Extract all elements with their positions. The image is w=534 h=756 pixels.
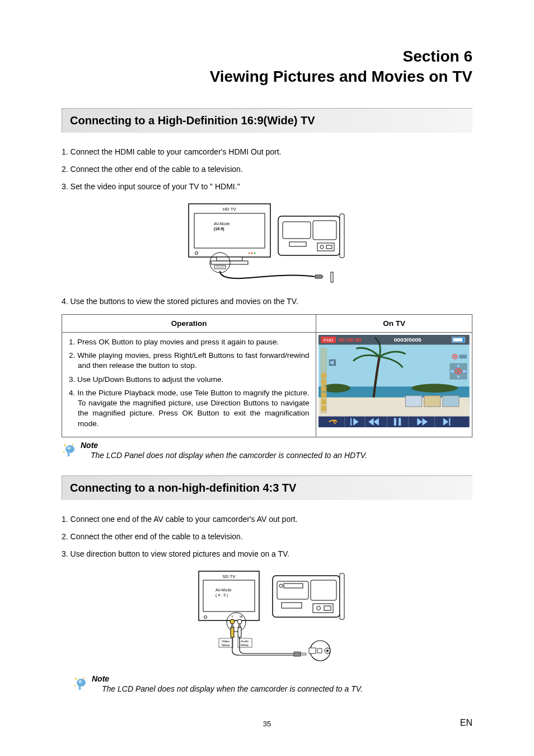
svg-point-57 [64, 444, 66, 446]
svg-rect-3 [211, 261, 248, 264]
svg-rect-68 [231, 627, 234, 637]
hd-steps: 1. Connect the HDMI cable to your camcor… [62, 146, 472, 193]
svg-rect-75 [301, 653, 306, 655]
sd-aspect-label: ( 4 : 3 ) [216, 593, 228, 598]
sd-note-body: The LCD Panel does not display when the … [102, 684, 363, 693]
hd-step-4: 4. Use the buttons to view the stored pi… [62, 296, 472, 307]
section-header: Section 6 Viewing Pictures and Movies on… [62, 48, 472, 86]
hd-av-mode-label: AV-Mode [214, 222, 229, 226]
svg-rect-71 [239, 624, 241, 628]
note-icon [62, 442, 76, 456]
svg-rect-30 [322, 405, 326, 411]
page-number: 35 [0, 720, 534, 728]
svg-rect-50 [449, 418, 451, 426]
hd-step-3: 3. Set the video input source of your TV… [62, 181, 472, 193]
sd-step-2: 2. Connect the other end of the cable to… [62, 531, 472, 543]
subsection-hd-header: Connecting to a High-Definition 16:9(Wid… [62, 108, 472, 133]
audio-label-1: Audio [241, 640, 249, 643]
svg-rect-43 [406, 396, 422, 407]
svg-rect-17 [289, 242, 306, 246]
audio-label-2: White [241, 643, 249, 647]
svg-rect-33 [322, 386, 326, 391]
sd-step-1: 1. Connect one end of the AV cable to yo… [62, 514, 472, 525]
svg-rect-31 [322, 399, 326, 405]
svg-rect-39 [459, 354, 467, 359]
svg-rect-74 [294, 652, 301, 656]
op-item-1: 1. Press OK Button to play movies and pr… [69, 337, 309, 347]
subsection-sd-header: Connecting to a non-high-definition 4:3 … [62, 475, 472, 500]
op-item-4: 4. In the Picture Playback mode, use Tel… [69, 388, 309, 429]
tv-screenshot: FHD 00:05:30 0003/0005 [318, 335, 470, 427]
svg-rect-16 [326, 245, 332, 249]
svg-rect-88 [317, 648, 322, 653]
sd-steps: 1. Connect one end of the AV cable to yo… [62, 514, 472, 560]
sd-tv-label: SD TV [222, 574, 236, 579]
operation-table: Operation On TV 1. Press OK Button to pl… [62, 314, 472, 437]
svg-rect-85 [340, 573, 344, 619]
svg-rect-70 [238, 627, 241, 637]
fhd-badge: FHD [324, 338, 334, 343]
svg-point-42 [457, 370, 460, 372]
hd-note: Note The LCD Panel does not display when… [62, 441, 472, 460]
svg-rect-49 [399, 418, 401, 426]
svg-point-96 [78, 680, 82, 683]
svg-rect-28 [453, 338, 463, 342]
svg-rect-35 [322, 373, 326, 379]
svg-rect-18 [340, 214, 344, 258]
svg-point-58 [72, 444, 74, 445]
svg-rect-45 [443, 396, 459, 407]
section-number: Section 6 [62, 48, 472, 66]
svg-rect-12 [283, 222, 311, 239]
svg-rect-1 [194, 213, 265, 248]
svg-point-7 [254, 253, 256, 254]
video-label-1: Video [222, 640, 229, 643]
svg-rect-44 [424, 396, 441, 407]
svg-point-90 [326, 650, 329, 652]
svg-point-6 [251, 253, 253, 254]
svg-rect-19 [331, 272, 333, 282]
col-on-tv: On TV [316, 315, 472, 333]
svg-rect-13 [313, 221, 336, 240]
svg-point-59 [63, 451, 65, 452]
svg-rect-69 [232, 624, 233, 628]
svg-point-61 [67, 446, 71, 449]
hd-step-1: 1. Connect the HDMI cable to your camcor… [62, 146, 472, 158]
hd-aspect-label: (16:9) [214, 227, 224, 231]
timecode: 00:05:30 [339, 337, 362, 343]
svg-point-95 [77, 679, 86, 687]
svg-rect-63 [203, 580, 255, 612]
sd-note-label: Note [92, 674, 363, 683]
svg-rect-48 [394, 418, 396, 426]
sd-av-mode-label: AV-Mode [216, 588, 231, 592]
svg-point-66 [230, 619, 235, 624]
svg-rect-87 [309, 648, 316, 654]
svg-rect-83 [324, 606, 331, 610]
hd-step-2: 2. Connect the other end of the cable to… [62, 164, 472, 175]
svg-rect-34 [322, 380, 326, 385]
video-label-2: Yellow [221, 643, 230, 647]
svg-rect-79 [284, 584, 303, 588]
hd-tv-label: HD TV [223, 207, 237, 212]
section-title: Viewing Pictures and Movies on TV [62, 68, 472, 86]
note-icon [73, 675, 87, 690]
svg-point-67 [237, 619, 242, 624]
svg-point-94 [74, 684, 76, 686]
svg-rect-84 [282, 603, 302, 608]
svg-point-5 [249, 253, 250, 254]
op-item-2: 2. While playing movies, press Right/Lef… [69, 351, 309, 371]
note-body: The LCD Panel does not display when the … [91, 451, 367, 460]
sd-diagram: SD TV AV-Mode ( 4 : 3 ) Y W Video Yellow… [62, 567, 472, 664]
svg-point-24 [411, 384, 458, 393]
svg-rect-47 [350, 418, 352, 426]
col-operation: Operation [62, 315, 316, 333]
svg-point-38 [455, 356, 456, 357]
hd-diagram: HD TV AV-Mode (16:9) [62, 199, 472, 286]
svg-rect-78 [311, 580, 336, 600]
op-item-3: 3. Use Up/Down Buttons to adjust the vol… [69, 375, 309, 385]
counter: 0003/0005 [394, 337, 421, 343]
sd-step-3: 3. Use direction button to view stored p… [62, 548, 472, 560]
note-label: Note [81, 441, 367, 450]
sd-note: Note The LCD Panel does not display when… [73, 674, 472, 693]
page-lang: EN [460, 718, 472, 728]
svg-point-60 [65, 445, 74, 453]
